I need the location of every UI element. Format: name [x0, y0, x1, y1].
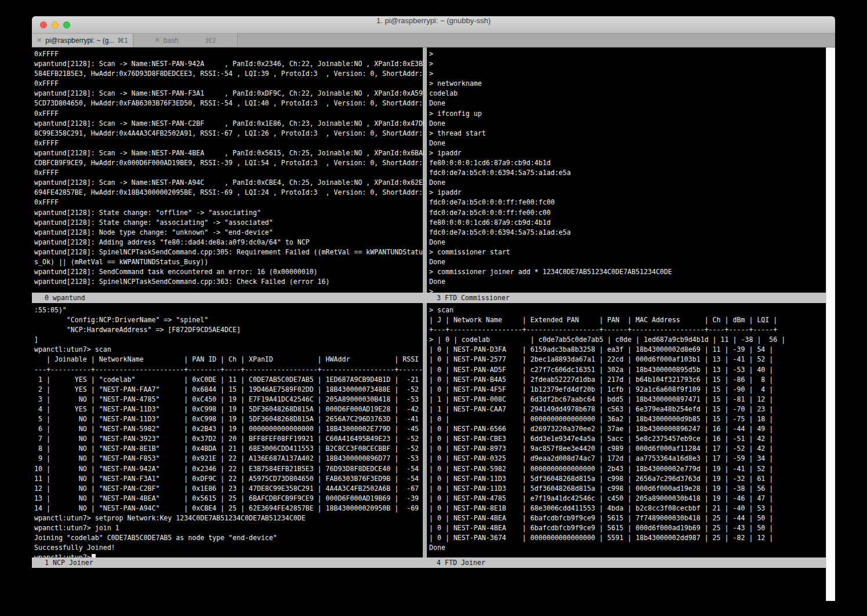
tab-close-icon[interactable]: ✕ — [155, 37, 160, 44]
wpantund-log-output: 0xFFFF wpantund[2128]: Scan -> Name:NEST… — [34, 49, 424, 287]
tab-label: pi@raspberrypi: ~ (g... — [45, 37, 114, 45]
pane-ftd-commissioner[interactable]: > > > > networkname codelab Done > ifcon… — [429, 49, 826, 297]
tab-label: bash — [164, 37, 179, 45]
joiner-scan-output: > scan | J | Network Name | Extended PAN… — [429, 305, 826, 553]
tab-shortcut: ⌘2 — [205, 37, 216, 45]
terminal-window: 1. pi@raspberrypi: ~ (gnubby-ssh) ✕ pi@r… — [32, 16, 835, 601]
caption-wpantund: 0 wpantund — [45, 293, 85, 303]
pane-ftd-joiner[interactable]: > scan | J | Network Name | Extended PAN… — [429, 305, 826, 553]
wpanctl-scan-output: :55:05)" "Config:NCP:DriverName" => "spi… — [34, 305, 424, 553]
pane-wpantund[interactable]: 0xFFFF wpantund[2128]: Scan -> Name:NEST… — [34, 49, 424, 287]
tab-bar: ✕ pi@raspberrypi: ~ (g... ⌘1 ✕ bash ⌘2 — [32, 34, 835, 48]
tab-bash[interactable]: ✕ bash ⌘2 — [133, 34, 238, 47]
pane-caption-bar-bottom: 1 NCP Joiner 4 FTD Joiner — [32, 557, 826, 568]
pane-ncp-joiner[interactable]: :55:05)" "Config:NCP:DriverName" => "spi… — [34, 305, 424, 563]
caption-ftd-joiner: 4 FTD Joiner — [437, 557, 485, 568]
caption-ncp-joiner: 1 NCP Joiner — [45, 557, 93, 568]
tab-close-icon[interactable]: ✕ — [37, 37, 42, 44]
window-title: 1. pi@raspberrypi: ~ (gnubby-ssh) — [32, 16, 835, 34]
caption-ftd-commissioner: 3 FTD Commissioner — [437, 293, 510, 303]
terminal-content-area: 0xFFFF wpantund[2128]: Scan -> Name:NEST… — [32, 48, 835, 601]
pane-caption-bar-top: 0 wpantund 3 FTD Commissioner — [32, 293, 826, 303]
tab-shortcut: ⌘1 — [117, 37, 128, 45]
terminal-scrollbar[interactable] — [826, 48, 835, 601]
window-titlebar[interactable]: 1. pi@raspberrypi: ~ (gnubby-ssh) — [32, 16, 835, 34]
commissioner-cli-output: > > > > networkname codelab Done > ifcon… — [429, 49, 826, 297]
tab-ssh-session[interactable]: ✕ pi@raspberrypi: ~ (g... ⌘1 — [32, 34, 133, 47]
tab-bar-filler — [238, 34, 835, 47]
